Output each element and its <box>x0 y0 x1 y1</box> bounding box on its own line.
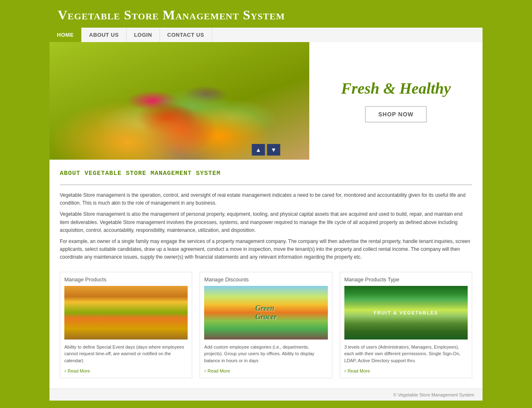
site-title: Vegetable Store Management System <box>58 7 474 23</box>
read-more-arrow-2: › <box>204 368 206 374</box>
read-more-arrow-3: › <box>344 368 346 374</box>
about-paragraph-2: Vegetable Store management is also the m… <box>60 210 472 234</box>
card-2-image: GreenGrocer <box>204 286 327 340</box>
nav-contact[interactable]: CONTACT US <box>160 28 212 42</box>
card-3-title: Manage Products Type <box>344 276 468 283</box>
hero-banner: Fresh & Healthy SHOP NOW ▲ ▼ <box>49 42 483 160</box>
read-more-arrow-1: › <box>64 368 66 374</box>
card-2-title: Manage Discounts <box>204 276 327 283</box>
card-3-description: 3 levels of users (Administrators, Manag… <box>344 344 468 364</box>
card-manage-discounts: Manage Discounts GreenGrocer Add custom … <box>200 272 332 379</box>
card-1-image <box>64 286 188 340</box>
banner-prev-button[interactable]: ▲ <box>252 144 265 156</box>
fruit-illustration <box>49 42 309 160</box>
fresh-healthy-tagline: Fresh & Healthy <box>341 79 451 98</box>
read-more-label-2: Read More <box>207 368 230 373</box>
nav-home[interactable]: HOME <box>49 28 82 42</box>
nav-about[interactable]: ABOUT US <box>82 28 127 42</box>
nav-login[interactable]: LOGIN <box>127 28 160 42</box>
about-paragraph-3: For example, an owner of a single family… <box>60 238 472 262</box>
card-1-title: Manage Products <box>64 276 188 283</box>
footer-copyright: © Vegetable Store Management System <box>393 392 474 397</box>
about-section: About Vegetable Store Management System <box>60 170 472 185</box>
card-1-description: Ability to define Special Event days (da… <box>64 344 188 364</box>
banner-image-left <box>49 42 309 160</box>
banner-text-right: Fresh & Healthy SHOP NOW <box>309 42 483 160</box>
about-title: About Vegetable Store Management System <box>60 170 472 177</box>
card-3-image: FRUIT & VEGETABLES <box>344 286 468 340</box>
read-more-label-1: Read More <box>68 368 90 373</box>
navigation: HOME ABOUT US LOGIN CONTACT US <box>49 28 483 42</box>
card-2-read-more[interactable]: › Read More <box>204 368 327 374</box>
banner-controls: ▲ ▼ <box>252 144 280 156</box>
site-footer: © Vegetable Store Management System <box>49 389 483 401</box>
feature-cards: Manage Products Ability to define Specia… <box>60 272 472 379</box>
shop-now-button[interactable]: SHOP NOW <box>365 106 427 123</box>
about-paragraph-1: Vegetable Store management is the operat… <box>60 191 472 207</box>
card-2-description: Add custom employee categories (i.e., de… <box>204 344 327 364</box>
card-manage-products-type: Manage Products Type FRUIT & VEGETABLES … <box>340 272 472 379</box>
products-type-image: FRUIT & VEGETABLES <box>344 286 468 340</box>
card-3-read-more[interactable]: › Read More <box>344 368 468 374</box>
discounts-image: GreenGrocer <box>204 286 327 340</box>
card-1-read-more[interactable]: › Read More <box>64 368 188 374</box>
banner-next-button[interactable]: ▼ <box>267 144 280 156</box>
read-more-label-3: Read More <box>348 368 370 373</box>
products-image <box>64 286 188 340</box>
card-manage-products: Manage Products Ability to define Specia… <box>60 272 192 379</box>
